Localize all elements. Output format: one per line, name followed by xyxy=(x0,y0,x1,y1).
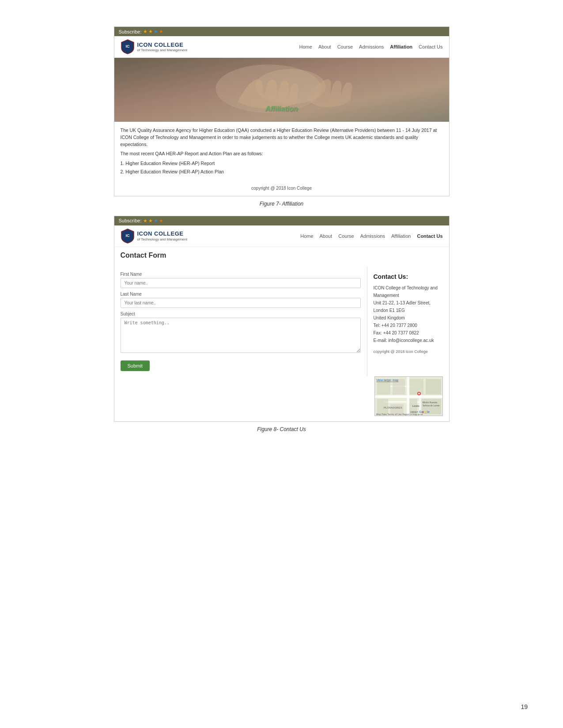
social-stars: ★ ★ ★ ★ xyxy=(143,29,163,34)
contact-email: E-mail: info@iconcollege.ac.uk xyxy=(374,337,443,344)
last-name-label: Last Name xyxy=(121,292,361,296)
nav-contact-2[interactable]: Contact Us xyxy=(417,233,442,239)
logo-2: IC ICON COLLEGE of Technology and Manage… xyxy=(121,228,188,244)
nav-home-2[interactable]: Home xyxy=(300,233,313,239)
logo-text-2: ICON COLLEGE of Technology and Managemen… xyxy=(137,230,188,241)
logo-text: ICON COLLEGE of Technology and Managemen… xyxy=(137,41,188,53)
last-name-input[interactable] xyxy=(121,298,361,308)
contact-fax: Fax: +44 20 7377 0822 xyxy=(374,329,443,337)
figure7-screenshot: Subscribe: ★ ★ ★ ★ IC ICON COLLEGE of Te… xyxy=(114,26,450,196)
nav-home[interactable]: Home xyxy=(299,44,312,49)
affiliation-para2: The most recent QAA HER-AP Report and Ac… xyxy=(121,150,443,158)
page-number: 19 xyxy=(521,703,528,710)
figure7-caption: Figure 7- Affiliation xyxy=(35,201,528,207)
affiliation-para1: The UK Quality Assurance Agency for High… xyxy=(121,127,443,148)
shield-icon-2: IC xyxy=(121,228,135,244)
svg-text:g: g xyxy=(425,410,427,414)
svg-text:PLORADORES: PLORADORES xyxy=(384,406,402,409)
affiliation-content: The UK Quality Assurance Agency for High… xyxy=(114,122,449,182)
contact-us-title: Contact Us: xyxy=(374,272,443,281)
svg-rect-13 xyxy=(409,379,423,394)
svg-point-20 xyxy=(418,393,420,394)
star2-4: ★ xyxy=(159,218,163,224)
nav-bar-affiliation: IC ICON COLLEGE of Technology and Manage… xyxy=(114,36,449,58)
contact-section: First Name Last Name Subject Submit Cont… xyxy=(114,266,449,376)
svg-text:Map Data  Terms of Use  Report: Map Data Terms of Use Report a map error xyxy=(376,413,423,416)
contact-form-title: Contact Form xyxy=(121,251,443,259)
logo-title-2: ICON COLLEGE xyxy=(137,230,188,237)
star-1: ★ xyxy=(143,29,147,34)
contact-form-header: Contact Form xyxy=(114,247,449,266)
logo-title: ICON COLLEGE xyxy=(137,41,188,49)
map-area: PLORADORES Loreto Misión Nuestra Señora … xyxy=(114,376,449,421)
star-4: ★ xyxy=(159,29,163,34)
logo-subtitle: of Technology and Management xyxy=(137,48,188,52)
svg-text:Señora de Loreto: Señora de Loreto xyxy=(423,404,440,407)
affiliation-item1: 1. Higher Education Review (HER-AP) Repo… xyxy=(121,160,443,167)
svg-text:View larger map: View larger map xyxy=(376,379,399,382)
star2-2: ★ xyxy=(148,218,153,224)
submit-button[interactable]: Submit xyxy=(121,360,150,371)
contact-us-info: ICON College of Technology and Managemen… xyxy=(374,284,443,344)
subject-group: Subject xyxy=(121,311,361,354)
first-name-input[interactable] xyxy=(121,278,361,288)
contact-country: United Kingdom xyxy=(374,314,443,322)
nav-links-2: Home About Course Admissions Affiliation… xyxy=(300,233,442,239)
figure8-caption: Figure 8- Contact Us xyxy=(35,426,528,432)
nav-bar-contact: IC ICON COLLEGE of Technology and Manage… xyxy=(114,225,449,247)
nav-course-2[interactable]: Course xyxy=(338,233,354,239)
nav-affiliation-2[interactable]: Affiliation xyxy=(391,233,411,239)
subject-textarea[interactable] xyxy=(121,318,361,353)
affiliation-item2: 2. Higher Education Review (HER-AP) Acti… xyxy=(121,169,443,176)
figure8-screenshot: Subscribe: ★ ★ ★ ★ IC ICON COLLEGE of Te… xyxy=(114,216,450,422)
nav-course[interactable]: Course xyxy=(337,44,353,49)
subject-label: Subject xyxy=(121,311,361,316)
svg-rect-7 xyxy=(407,377,409,416)
svg-text:le: le xyxy=(427,410,430,413)
logo-subtitle-2: of Technology and Management xyxy=(137,237,188,241)
nav-affiliation[interactable]: Affiliation xyxy=(390,44,412,49)
nav-about[interactable]: About xyxy=(318,44,331,49)
contact-city: London E1 1EG xyxy=(374,307,443,314)
contact-form-right: Contact Us: ICON College of Technology a… xyxy=(367,266,449,376)
nav-links: Home About Course Admissions Affiliation… xyxy=(299,44,443,49)
star2-3: ★ xyxy=(154,218,158,224)
social-stars-2: ★ ★ ★ ★ xyxy=(143,218,163,224)
subscribe-label-2: Subscribe: xyxy=(119,218,142,223)
contact-street: Unit 21-22, 1-13 Adler Street, xyxy=(374,299,443,307)
subscribe-label: Subscribe: xyxy=(119,29,142,34)
svg-text:Loreto: Loreto xyxy=(412,405,419,407)
first-name-label: First Name xyxy=(121,272,361,277)
shield-icon: IC xyxy=(121,39,135,55)
contact-tel: Tel: +44 20 7377 2800 xyxy=(374,322,443,329)
contact-org: ICON College of Technology and Managemen… xyxy=(374,284,443,299)
star-3: ★ xyxy=(154,29,158,34)
last-name-group: Last Name xyxy=(121,292,361,308)
nav-admissions-2[interactable]: Admissions xyxy=(360,233,385,239)
subscribe-bar-2: Subscribe: ★ ★ ★ ★ xyxy=(114,216,449,225)
logo: IC ICON COLLEGE of Technology and Manage… xyxy=(121,39,188,55)
svg-text:IC: IC xyxy=(125,44,130,49)
hero-title: Affiliation xyxy=(265,105,298,113)
hero-banner: Affiliation xyxy=(114,58,449,122)
map-box: PLORADORES Loreto Misión Nuestra Señora … xyxy=(374,376,443,416)
star2-1: ★ xyxy=(143,218,147,224)
contact-form-left: First Name Last Name Subject Submit xyxy=(114,266,367,376)
star-2: ★ xyxy=(148,29,153,34)
svg-text:Misión Nuestra: Misión Nuestra xyxy=(423,401,438,404)
contact-copyright: copyright @ 2018 Icon College xyxy=(374,349,443,355)
svg-text:IC: IC xyxy=(125,233,130,238)
map-svg: PLORADORES Loreto Misión Nuestra Señora … xyxy=(375,377,443,416)
svg-rect-14 xyxy=(426,379,441,394)
subscribe-bar: Subscribe: ★ ★ ★ ★ xyxy=(114,27,449,36)
nav-admissions[interactable]: Admissions xyxy=(359,44,384,49)
first-name-group: First Name xyxy=(121,272,361,288)
affiliation-copyright: copyright @ 2018 Icon College xyxy=(114,182,449,196)
nav-about-2[interactable]: About xyxy=(320,233,333,239)
nav-contact[interactable]: Contact Us xyxy=(419,44,442,49)
